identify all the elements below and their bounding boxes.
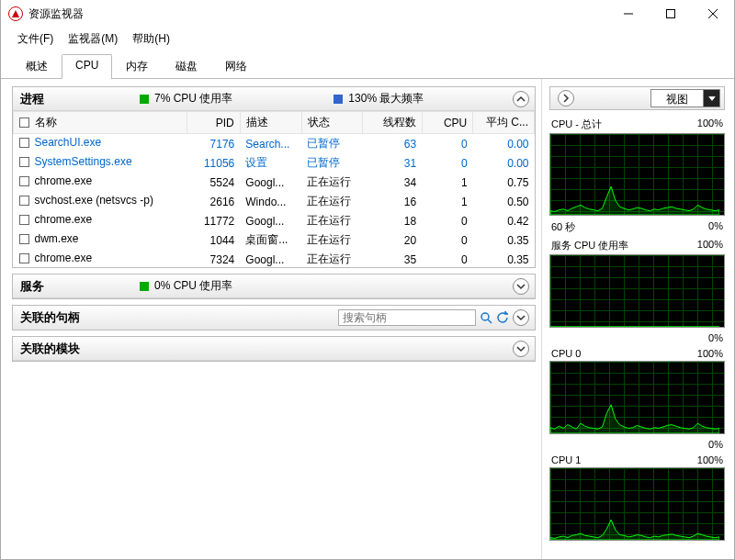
process-avg: 0.00 (473, 153, 535, 173)
row-checkbox[interactable] (19, 196, 29, 206)
chart (549, 361, 725, 434)
menu-monitor[interactable]: 监视器(M) (62, 29, 123, 49)
search-icon[interactable] (480, 311, 492, 324)
tab-cpu[interactable]: CPU (62, 54, 112, 79)
right-pane: 视图 CPU - 总计100%60 秒0%服务 CPU 使用率100%0%CPU… (541, 79, 734, 560)
expand-modules-icon[interactable] (513, 341, 529, 357)
chart-footer: 0% (549, 438, 725, 453)
tab-disk[interactable]: 磁盘 (162, 54, 211, 79)
process-desc: 设置 (240, 153, 301, 173)
col-threads[interactable]: 线程数 (363, 112, 422, 134)
right-toolbar: 视图 (549, 86, 725, 110)
col-cpu[interactable]: CPU (422, 112, 473, 134)
row-checkbox[interactable] (19, 234, 29, 244)
process-avg: 0.35 (473, 250, 535, 267)
process-state: 正在运行 (301, 250, 363, 267)
chart (549, 467, 725, 541)
process-desc: 桌面窗... (240, 230, 301, 250)
handles-header[interactable]: 关联的句柄 (13, 306, 535, 330)
section-services: 服务 0% CPU 使用率 (12, 274, 536, 299)
row-checkbox[interactable] (19, 176, 29, 186)
process-threads: 16 (363, 192, 422, 211)
tab-strip: 概述 CPU 内存 磁盘 网络 (1, 54, 734, 79)
row-checkbox[interactable] (19, 157, 29, 167)
services-title: 服务 (20, 278, 140, 295)
svg-marker-10 (550, 520, 719, 540)
table-row[interactable]: chrome.exe7324Googl...正在运行3500.35 (14, 250, 535, 267)
col-name[interactable]: 名称 (14, 112, 187, 134)
chart-header: 服务 CPU 使用率100% (549, 237, 725, 254)
section-processes: 进程 7% CPU 使用率 130% 最大频率 名称 PID 描述 状态 线 (12, 86, 536, 268)
process-threads: 20 (363, 230, 422, 250)
chart-title: CPU 0 (551, 348, 581, 359)
process-desc: Googl... (240, 250, 301, 267)
col-desc[interactable]: 描述 (240, 112, 301, 134)
process-threads: 18 (363, 211, 422, 230)
process-name: chrome.exe (35, 174, 93, 187)
view-dropdown[interactable]: 视图 (650, 89, 720, 107)
table-row[interactable]: svchost.exe (netsvcs -p)2616Windo...正在运行… (14, 192, 535, 211)
process-pid: 5524 (187, 173, 241, 192)
row-checkbox[interactable] (19, 253, 29, 263)
window-title: 资源监视器 (28, 6, 607, 22)
process-avg: 0.50 (473, 192, 535, 211)
process-state: 已暂停 (301, 134, 363, 154)
svg-marker-7 (550, 186, 719, 215)
minimize-button[interactable] (607, 0, 650, 28)
table-row[interactable]: SearchUI.exe7176Search...已暂停6300.00 (14, 134, 535, 154)
scroll-right-icon[interactable] (558, 90, 574, 106)
col-state[interactable]: 状态 (301, 112, 363, 134)
row-checkbox[interactable] (19, 138, 29, 148)
chart-max: 100% (697, 118, 723, 131)
services-header[interactable]: 服务 0% CPU 使用率 (13, 274, 535, 298)
search-handles-input[interactable] (338, 309, 476, 326)
refresh-icon[interactable] (496, 311, 509, 324)
process-state: 已暂停 (301, 153, 363, 173)
table-row[interactable]: chrome.exe5524Googl...正在运行3410.75 (14, 173, 535, 192)
collapse-processes-icon[interactable] (513, 91, 529, 107)
section-handles: 关联的句柄 (12, 305, 536, 330)
process-name: chrome.exe (35, 252, 93, 264)
processes-header[interactable]: 进程 7% CPU 使用率 130% 最大频率 (13, 87, 535, 111)
process-desc: Googl... (240, 211, 301, 230)
process-table-container: 名称 PID 描述 状态 线程数 CPU 平均 C... SearchUI.ex… (13, 111, 535, 267)
menu-file[interactable]: 文件(F) (12, 29, 59, 49)
table-row[interactable]: SystemSettings.exe11056设置已暂停3100.00 (14, 153, 535, 173)
row-checkbox[interactable] (19, 215, 29, 225)
expand-services-icon[interactable] (513, 278, 529, 295)
maximize-button[interactable] (650, 0, 692, 28)
tab-network[interactable]: 网络 (211, 54, 261, 79)
process-avg: 0.35 (473, 230, 535, 250)
chart-title: CPU - 总计 (551, 118, 602, 131)
chart-title: CPU 1 (551, 454, 581, 465)
process-name: chrome.exe (35, 213, 93, 226)
tab-overview[interactable]: 概述 (12, 54, 62, 79)
chart-max: 100% (697, 454, 723, 465)
col-pid[interactable]: PID (187, 112, 241, 134)
menu-help[interactable]: 帮助(H) (127, 29, 175, 49)
svg-point-4 (481, 313, 489, 320)
chart-footer: 60 秒0% (549, 219, 725, 237)
close-button[interactable] (692, 0, 734, 28)
process-desc: Googl... (240, 173, 301, 192)
process-table: 名称 PID 描述 状态 线程数 CPU 平均 C... SearchUI.ex… (13, 111, 535, 267)
table-row[interactable]: dwm.exe1044桌面窗...正在运行2000.35 (14, 230, 535, 250)
process-cpu: 0 (422, 211, 473, 230)
process-state: 正在运行 (301, 230, 363, 250)
tab-memory[interactable]: 内存 (112, 54, 162, 79)
svg-marker-9 (550, 405, 719, 433)
table-row[interactable]: chrome.exe11772Googl...正在运行1800.42 (14, 211, 535, 230)
handles-title: 关联的句柄 (20, 309, 80, 326)
process-cpu: 0 (422, 250, 473, 267)
process-pid: 7176 (187, 134, 241, 154)
svg-rect-1 (667, 10, 675, 18)
process-threads: 63 (363, 134, 422, 154)
chart-max: 100% (697, 239, 723, 252)
select-all-checkbox[interactable] (19, 118, 29, 128)
modules-header[interactable]: 关联的模块 (13, 337, 535, 361)
expand-handles-icon[interactable] (513, 309, 529, 326)
process-threads: 31 (363, 153, 422, 173)
process-avg: 0.00 (473, 134, 535, 154)
col-avgc[interactable]: 平均 C... (473, 112, 535, 134)
chart-title: 服务 CPU 使用率 (551, 239, 628, 252)
